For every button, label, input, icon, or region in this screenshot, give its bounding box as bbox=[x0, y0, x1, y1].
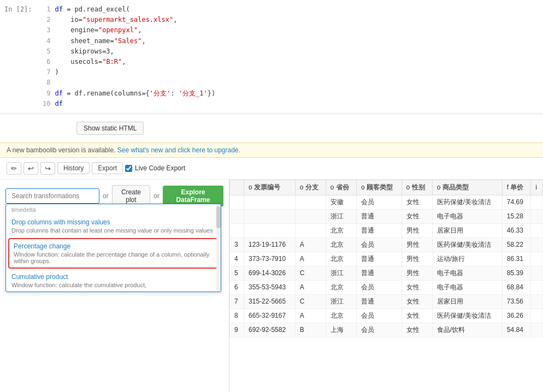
cell-price: 58.22 bbox=[502, 237, 530, 252]
drop-columns-desc: Drop columns that contain at least one m… bbox=[11, 227, 215, 234]
table-row: 7 315-22-5665 C 浙江 普通 女性 居家日用 73.56 bbox=[230, 294, 543, 308]
cell-idx bbox=[230, 195, 244, 209]
export-button[interactable]: Export bbox=[92, 162, 123, 174]
percentage-change-item[interactable]: Percentage change Window function: calcu… bbox=[8, 238, 219, 269]
show-static-button[interactable]: Show static HTML bbox=[76, 122, 144, 135]
cell-province: 北京 bbox=[326, 280, 356, 294]
cell-label: In [2]: bbox=[0, 4, 38, 13]
undo-button[interactable]: ↩ bbox=[23, 162, 38, 175]
cell-price: 15.28 bbox=[502, 209, 530, 223]
cell-idx: 5 bbox=[230, 266, 244, 280]
col-header-branch: o 分支 bbox=[295, 180, 326, 195]
cell-gender: 男性 bbox=[402, 266, 432, 280]
cell-product: 电子电器 bbox=[432, 266, 502, 280]
cell-gender: 女性 bbox=[402, 323, 432, 337]
table-row: 4 373-73-7910 A 北京 普通 男性 运动/旅行 86.31 bbox=[230, 252, 543, 266]
dropdown-scroll-area[interactable]: timedelta Drop columns with missing valu… bbox=[6, 204, 221, 292]
cell-extra bbox=[531, 266, 543, 280]
col-header-extra[interactable]: i bbox=[531, 180, 543, 195]
live-code-export-checkbox[interactable] bbox=[125, 165, 132, 172]
cell-product: 医药保健/美妆清洁 bbox=[432, 237, 502, 252]
data-table-panel[interactable]: o 发票编号 o 分支 o 省份 o 顾客类型 o 性别 o 商品类型 f 单价… bbox=[229, 180, 543, 392]
data-table: o 发票编号 o 分支 o 省份 o 顾客类型 o 性别 o 商品类型 f 单价… bbox=[229, 180, 543, 337]
cell-customer: 会员 bbox=[357, 308, 402, 323]
show-static-area: Show static HTML bbox=[0, 114, 543, 142]
cell-extra bbox=[531, 308, 543, 323]
cell-product: 居家日用 bbox=[432, 294, 502, 308]
cumulative-product-item[interactable]: Cumulative product Window function: calc… bbox=[6, 270, 221, 292]
cell-province: 浙江 bbox=[326, 209, 356, 223]
history-button[interactable]: History bbox=[57, 162, 90, 174]
cell-extra bbox=[531, 195, 543, 209]
cell-branch: B bbox=[295, 323, 326, 337]
notification-link[interactable]: See what's new and click here to upgrade… bbox=[117, 146, 240, 154]
cell-invoice bbox=[244, 195, 296, 209]
cell-invoice: 123-19-1176 bbox=[244, 237, 296, 252]
cell-product: 医药保健/美妆清洁 bbox=[432, 308, 502, 323]
cell-idx bbox=[230, 223, 244, 237]
notification-text: A new bamboolib version is available. bbox=[7, 146, 117, 154]
percentage-change-desc: Window function: calculate the percentag… bbox=[14, 251, 213, 264]
line-numbers: 12345678910 bbox=[38, 4, 55, 109]
transformations-dropdown: timedelta Drop columns with missing valu… bbox=[5, 204, 221, 292]
cell-invoice: 315-22-5665 bbox=[244, 294, 296, 308]
cell-branch: A bbox=[295, 252, 326, 266]
col-header-province[interactable]: o 省份 bbox=[326, 180, 356, 195]
left-panel: or Create plot or Explore DataFrame time… bbox=[0, 180, 229, 392]
drop-columns-item[interactable]: Drop columns with missing values Drop co… bbox=[6, 215, 221, 237]
cell-invoice: 692-92-5582 bbox=[244, 323, 296, 337]
cell-gender: 女性 bbox=[402, 280, 432, 294]
cell-gender: 女性 bbox=[402, 294, 432, 308]
cell-product: 电子电器 bbox=[432, 280, 502, 294]
col-header-product[interactable]: o 商品类型 bbox=[432, 180, 502, 195]
cell-gender: 女性 bbox=[402, 209, 432, 223]
cell-invoice: 699-14-3026 bbox=[244, 266, 296, 280]
table-row: 北京 普通 男性 居家日用 46.33 bbox=[230, 223, 543, 237]
cell-extra bbox=[531, 237, 543, 252]
col-header-index bbox=[230, 180, 244, 195]
col-header-gender[interactable]: o 性别 bbox=[402, 180, 432, 195]
notification-bar: A new bamboolib version is available. Se… bbox=[0, 142, 543, 158]
cell-invoice: 665-32-9167 bbox=[244, 308, 296, 323]
cell-price: 85.39 bbox=[502, 266, 530, 280]
col-header-invoice: o 发票编号 bbox=[244, 180, 296, 195]
cell-invoice: 355-53-5943 bbox=[244, 280, 296, 294]
edit-icon-button[interactable]: ✏ bbox=[7, 162, 21, 175]
cell-price: 54.84 bbox=[502, 323, 530, 337]
or-text-1: or bbox=[103, 192, 109, 200]
code-cell: In [2]: 12345678910 df = pd.read_excel( … bbox=[0, 0, 543, 114]
redo-button[interactable]: ↪ bbox=[40, 162, 55, 175]
cell-branch: A bbox=[295, 280, 326, 294]
cell-invoice: 373-73-7910 bbox=[244, 252, 296, 266]
or-text-2: or bbox=[154, 192, 160, 200]
cumulative-product-title: Cumulative product bbox=[11, 273, 215, 281]
cell-extra bbox=[531, 323, 543, 337]
cell-extra bbox=[531, 280, 543, 294]
cell-gender: 男性 bbox=[402, 252, 432, 266]
cell-province: 安徽 bbox=[326, 195, 356, 209]
cell-province: 北京 bbox=[326, 308, 356, 323]
table-row: 9 692-92-5582 B 上海 会员 女性 食品/饮料 54.84 bbox=[230, 323, 543, 337]
cell-invoice bbox=[244, 209, 296, 223]
cell-gender: 男性 bbox=[402, 237, 432, 252]
cell-customer: 普通 bbox=[357, 294, 402, 308]
cumulative-product-desc: Window function: calculate the cumulativ… bbox=[11, 282, 215, 288]
table-header-row: o 发票编号 o 分支 o 省份 o 顾客类型 o 性别 o 商品类型 f 单价… bbox=[230, 180, 543, 195]
cell-gender: 女性 bbox=[402, 308, 432, 323]
table-row: 3 123-19-1176 A 北京 会员 男性 医药保健/美妆清洁 58.22 bbox=[230, 237, 543, 252]
cell-invoice bbox=[244, 223, 296, 237]
cell-customer: 会员 bbox=[357, 237, 402, 252]
cell-product: 电子电器 bbox=[432, 209, 502, 223]
cell-province: 浙江 bbox=[326, 294, 356, 308]
search-input[interactable] bbox=[5, 188, 99, 204]
cell-extra bbox=[531, 209, 543, 223]
col-header-customer[interactable]: o 顾客类型 bbox=[357, 180, 402, 195]
col-header-price[interactable]: f 单价 bbox=[502, 180, 530, 195]
table-row: 6 355-53-5943 A 北京 会员 女性 电子电器 68.84 bbox=[230, 280, 543, 294]
cell-gender: 女性 bbox=[402, 195, 432, 209]
cell-branch: A bbox=[295, 237, 326, 252]
cell-idx bbox=[230, 209, 244, 223]
cell-product: 食品/饮料 bbox=[432, 323, 502, 337]
cell-idx: 8 bbox=[230, 308, 244, 323]
cell-idx: 3 bbox=[230, 237, 244, 252]
